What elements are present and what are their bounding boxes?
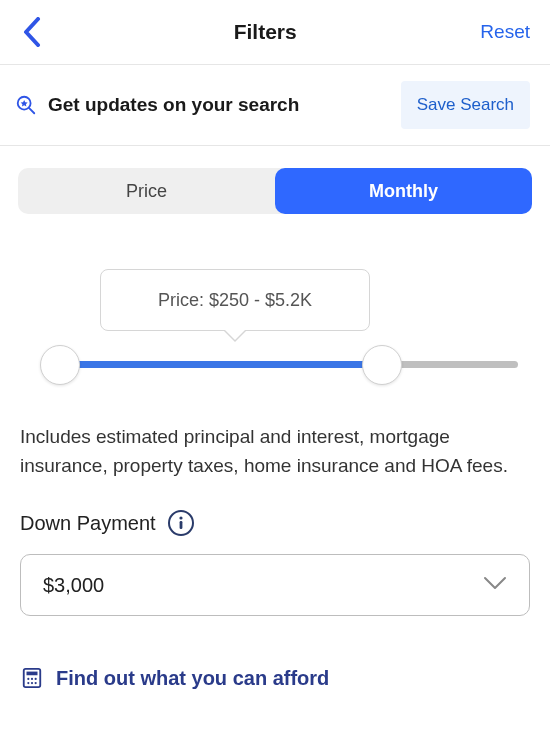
down-payment-value: $3,000 [43,574,104,597]
slider-handle-min[interactable] [40,345,80,385]
updates-text: Get updates on your search [48,94,299,116]
down-payment-select[interactable]: $3,000 [20,554,530,616]
save-search-button[interactable]: Save Search [401,81,530,129]
svg-point-11 [35,682,37,684]
slider-track-fill [60,361,380,368]
svg-rect-3 [179,521,182,529]
calculator-icon [20,666,44,690]
price-slider: Price: $250 - $5.2K [18,269,532,389]
chevron-left-icon [23,17,41,47]
updates-left: Get updates on your search [14,93,299,117]
svg-point-7 [31,678,33,680]
header: Filters Reset [0,0,550,65]
svg-point-8 [35,678,37,680]
down-payment-row: Down Payment [20,510,530,536]
svg-point-2 [179,516,182,519]
svg-point-6 [27,678,29,680]
down-payment-label: Down Payment [20,512,156,535]
page-title: Filters [234,20,297,44]
back-button[interactable] [14,14,50,50]
svg-line-1 [29,108,34,113]
affordability-text: Find out what you can afford [56,667,329,690]
chevron-down-icon [483,576,507,594]
info-icon[interactable] [168,510,194,536]
price-monthly-toggle: Price Monthly [18,168,532,214]
favorite-search-icon [14,93,38,117]
slider-tooltip: Price: $250 - $5.2K [100,269,370,331]
slider-handle-max[interactable] [362,345,402,385]
tab-monthly[interactable]: Monthly [275,168,532,214]
svg-point-10 [31,682,33,684]
svg-point-9 [27,682,29,684]
reset-link[interactable]: Reset [480,21,530,43]
svg-rect-5 [27,672,38,676]
affordability-link[interactable]: Find out what you can afford [20,666,530,690]
updates-row: Get updates on your search Save Search [0,65,550,146]
tab-price[interactable]: Price [18,168,275,214]
disclaimer-text: Includes estimated principal and interes… [20,423,530,480]
